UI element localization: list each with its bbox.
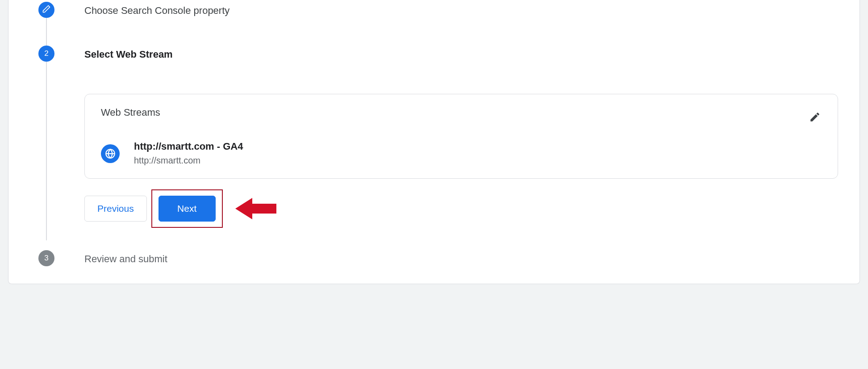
step-3-number-indicator: 3	[38, 250, 54, 266]
selected-web-stream: http://smartt.com - GA4 http://smartt.co…	[101, 140, 822, 168]
stream-url: http://smartt.com	[134, 153, 243, 168]
step-3-title: Review and submit	[84, 251, 838, 267]
next-button[interactable]: Next	[159, 196, 216, 222]
step-2-number-indicator: 2	[38, 46, 54, 62]
step-3: 3 Review and submit	[8, 249, 860, 267]
step-1-title: Choose Search Console property	[84, 3, 838, 19]
arrow-left-annotation-icon	[235, 196, 276, 222]
previous-button[interactable]: Previous	[84, 196, 147, 222]
stepper: Choose Search Console property 2 Select …	[8, 0, 860, 267]
web-icon	[101, 144, 120, 163]
step-3-number: 3	[44, 254, 48, 263]
settings-panel: Choose Search Console property 2 Select …	[8, 0, 860, 284]
step-2: 2 Select Web Stream Web Streams	[8, 45, 860, 249]
pencil-icon	[809, 117, 821, 124]
step-1-edit-indicator[interactable]	[38, 2, 54, 18]
pencil-icon	[42, 4, 51, 16]
web-streams-card-title: Web Streams	[101, 107, 160, 118]
step-2-title: Select Web Stream	[84, 46, 838, 63]
stream-name: http://smartt.com - GA4	[134, 140, 243, 153]
svg-marker-1	[235, 198, 276, 219]
step-1: Choose Search Console property	[8, 1, 860, 45]
next-button-highlight-annotation: Next	[151, 189, 223, 228]
step-2-button-row: Previous Next	[84, 189, 838, 228]
edit-web-stream-button[interactable]	[805, 108, 824, 128]
step-2-number: 2	[44, 49, 48, 58]
web-streams-card: Web Streams	[84, 94, 838, 179]
